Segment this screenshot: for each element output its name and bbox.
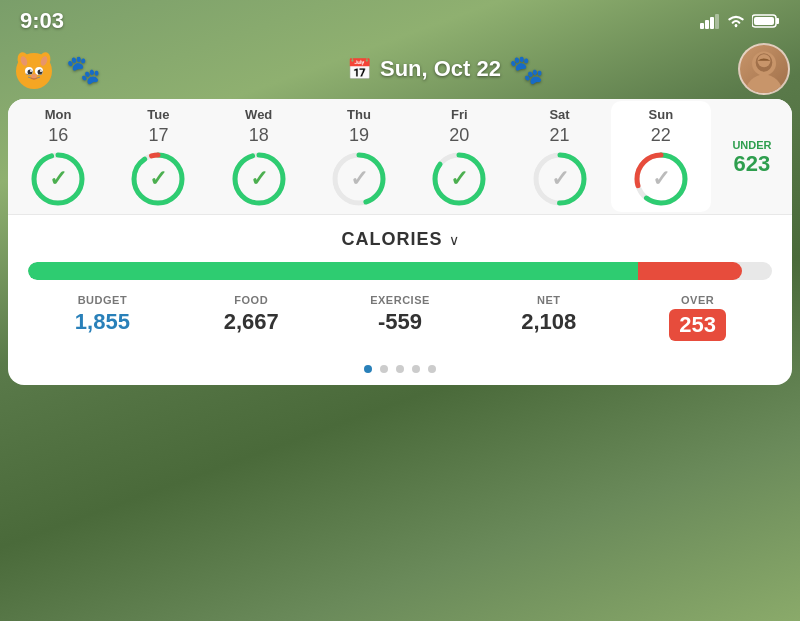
header-left: 🐾 [10, 45, 101, 93]
days-row: Mon16✓Tue17✓Wed18✓Thu19✓Fri20✓Sat21✓Sun2… [8, 99, 792, 215]
day-number: 19 [349, 125, 369, 146]
day-item-sat[interactable]: Sat21✓ [509, 101, 609, 212]
paw-left-icon[interactable]: 🐾 [66, 53, 101, 86]
svg-point-15 [28, 70, 33, 75]
day-ring: ✓ [129, 150, 187, 208]
svg-rect-3 [715, 14, 719, 29]
day-item-wed[interactable]: Wed18✓ [209, 101, 309, 212]
cat-icon[interactable] [10, 45, 58, 93]
pagination-dot[interactable] [412, 365, 420, 373]
pagination-dot[interactable] [396, 365, 404, 373]
stat-value: 2,108 [521, 309, 576, 335]
stat-item-over: OVER253 [623, 294, 772, 341]
calories-section: CALORIES ∨ BUDGET1,855FOOD2,667EXERCISE-… [8, 215, 792, 357]
svg-rect-2 [710, 17, 714, 29]
calories-header[interactable]: CALORIES ∨ [28, 229, 772, 250]
wifi-icon [726, 13, 746, 29]
day-number: 22 [651, 125, 671, 146]
pagination-dots [8, 357, 792, 385]
battery-icon [752, 13, 780, 29]
phone-container: 9:03 [0, 0, 800, 621]
status-icons [700, 13, 780, 29]
status-time: 9:03 [20, 8, 64, 34]
day-item-thu[interactable]: Thu19✓ [309, 101, 409, 212]
svg-point-18 [40, 70, 42, 72]
day-label: Fri [451, 107, 468, 122]
day-label: Wed [245, 107, 272, 122]
stats-row: BUDGET1,855FOOD2,667EXERCISE-559NET2,108… [28, 294, 772, 347]
svg-rect-6 [776, 18, 779, 24]
day-ring: ✓ [29, 150, 87, 208]
ring-checkmark: ✓ [350, 166, 368, 192]
day-label: Sun [649, 107, 674, 122]
svg-point-19 [31, 74, 37, 78]
pagination-dot[interactable] [428, 365, 436, 373]
day-number: 18 [249, 125, 269, 146]
day-ring: ✓ [531, 150, 589, 208]
day-number: 16 [48, 125, 68, 146]
header-date[interactable]: Sun, Oct 22 [380, 56, 501, 82]
stat-value: 1,855 [75, 309, 130, 335]
ring-checkmark: ✓ [250, 166, 268, 192]
under-value: 623 [734, 151, 771, 177]
ring-checkmark: ✓ [652, 166, 670, 192]
calories-title: CALORIES [341, 229, 442, 250]
stat-item-exercise: EXERCISE-559 [326, 294, 475, 335]
day-number: 17 [148, 125, 168, 146]
under-label: UNDER [732, 139, 771, 151]
stat-item-food: FOOD2,667 [177, 294, 326, 335]
signal-icon [700, 13, 720, 29]
svg-rect-7 [754, 17, 774, 25]
progress-bar-red [638, 262, 742, 280]
day-ring: ✓ [330, 150, 388, 208]
pagination-dot[interactable] [380, 365, 388, 373]
stat-value: -559 [378, 309, 422, 335]
day-ring: ✓ [430, 150, 488, 208]
stat-label: BUDGET [78, 294, 127, 306]
stat-label: FOOD [234, 294, 268, 306]
stat-value: 2,667 [224, 309, 279, 335]
day-item-mon[interactable]: Mon16✓ [8, 101, 108, 212]
week-item[interactable]: UNDER623 [712, 129, 792, 185]
day-number: 20 [449, 125, 469, 146]
header-right [738, 43, 790, 95]
status-bar: 9:03 [0, 0, 800, 39]
progress-bar [28, 262, 772, 280]
progress-bar-green [28, 262, 638, 280]
day-label: Sat [549, 107, 569, 122]
header-center: 📅 Sun, Oct 22 🐾 [101, 53, 790, 86]
paw-right-icon[interactable]: 🐾 [509, 53, 544, 86]
main-card: Mon16✓Tue17✓Wed18✓Thu19✓Fri20✓Sat21✓Sun2… [8, 99, 792, 385]
svg-point-4 [735, 25, 738, 28]
pagination-dot[interactable] [364, 365, 372, 373]
svg-point-20 [746, 75, 783, 95]
chevron-down-icon: ∨ [449, 232, 459, 248]
stat-item-budget: BUDGET1,855 [28, 294, 177, 335]
stat-label: NET [537, 294, 561, 306]
calendar-icon: 📅 [347, 57, 372, 81]
day-item-tue[interactable]: Tue17✓ [108, 101, 208, 212]
day-ring: ✓ [632, 150, 690, 208]
user-avatar[interactable] [738, 43, 790, 95]
ring-checkmark: ✓ [49, 166, 67, 192]
stat-value: 253 [669, 309, 726, 341]
ring-checkmark: ✓ [450, 166, 468, 192]
stat-item-net: NET2,108 [474, 294, 623, 335]
stat-label: EXERCISE [370, 294, 430, 306]
day-label: Thu [347, 107, 371, 122]
ring-checkmark: ✓ [551, 166, 569, 192]
day-label: Mon [45, 107, 72, 122]
svg-rect-0 [700, 23, 704, 29]
day-item-sun[interactable]: Sun22✓ [611, 101, 711, 212]
day-ring: ✓ [230, 150, 288, 208]
day-label: Tue [147, 107, 169, 122]
stat-label: OVER [681, 294, 714, 306]
svg-rect-1 [705, 20, 709, 29]
app-header: 🐾 📅 Sun, Oct 22 🐾 [0, 39, 800, 99]
day-item-fri[interactable]: Fri20✓ [409, 101, 509, 212]
day-number: 21 [550, 125, 570, 146]
svg-point-17 [30, 70, 32, 72]
ring-checkmark: ✓ [149, 166, 167, 192]
